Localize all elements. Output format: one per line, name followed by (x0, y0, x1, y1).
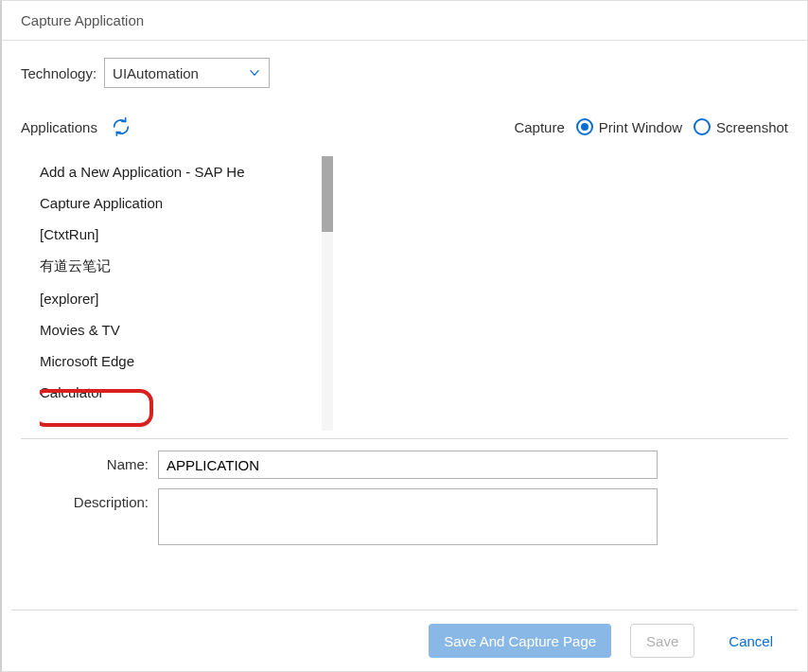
description-row: Description: (21, 488, 788, 545)
applications-list: Add a New Application - SAP He Capture A… (40, 156, 333, 431)
name-label: Name: (21, 451, 158, 472)
scrollbar-thumb[interactable] (322, 156, 333, 232)
applications-header: Applications (21, 116, 132, 137)
chevron-down-icon (248, 66, 261, 80)
list-item[interactable]: Capture Application (40, 187, 320, 219)
dialog-title: Capture Application (21, 12, 144, 28)
technology-value: UIAutomation (113, 65, 248, 81)
capture-application-dialog: Capture Application Technology: UIAutoma… (0, 0, 808, 672)
radio-print-label: Print Window (599, 119, 682, 135)
technology-row: Technology: UIAutomation (21, 58, 788, 88)
capture-label: Capture (514, 119, 564, 135)
name-row: Name: (21, 451, 788, 479)
name-input[interactable] (158, 451, 658, 479)
dialog-footer: Save And Capture Page Save Cancel (11, 610, 798, 671)
description-input[interactable] (158, 488, 658, 545)
radio-screenshot-label: Screenshot (716, 119, 788, 135)
list-item[interactable]: Movies & TV (40, 314, 320, 345)
list-item[interactable]: Calculator (40, 377, 320, 408)
dialog-content: Technology: UIAutomation Applications C (2, 41, 807, 545)
dialog-title-bar: Capture Application (2, 1, 807, 41)
save-and-capture-button[interactable]: Save And Capture Page (429, 624, 611, 658)
radio-icon-unselected (694, 118, 711, 135)
save-button[interactable]: Save (630, 624, 694, 658)
list-item[interactable]: 有道云笔记 (40, 250, 320, 283)
technology-select[interactable]: UIAutomation (104, 58, 270, 88)
capture-mode-group: Capture Print Window Screenshot (514, 118, 788, 135)
scrollbar-track[interactable] (322, 156, 333, 431)
technology-label: Technology: (21, 65, 97, 81)
list-item[interactable]: [explorer] (40, 283, 320, 314)
applications-list-inner: Add a New Application - SAP He Capture A… (40, 156, 320, 431)
applications-label: Applications (21, 119, 97, 135)
applications-row: Applications Capture Print Window Screen… (21, 116, 788, 137)
cancel-button[interactable]: Cancel (713, 624, 788, 658)
list-item[interactable]: Microsoft Edge (40, 345, 320, 377)
refresh-icon[interactable] (111, 116, 132, 137)
list-item[interactable]: Add a New Application - SAP He (40, 156, 320, 187)
radio-icon-selected (576, 118, 593, 135)
divider (21, 438, 788, 439)
radio-print-window[interactable]: Print Window (576, 118, 682, 135)
description-label: Description: (21, 488, 158, 510)
list-item[interactable]: [CtxtRun] (40, 219, 320, 250)
radio-screenshot[interactable]: Screenshot (694, 118, 788, 135)
